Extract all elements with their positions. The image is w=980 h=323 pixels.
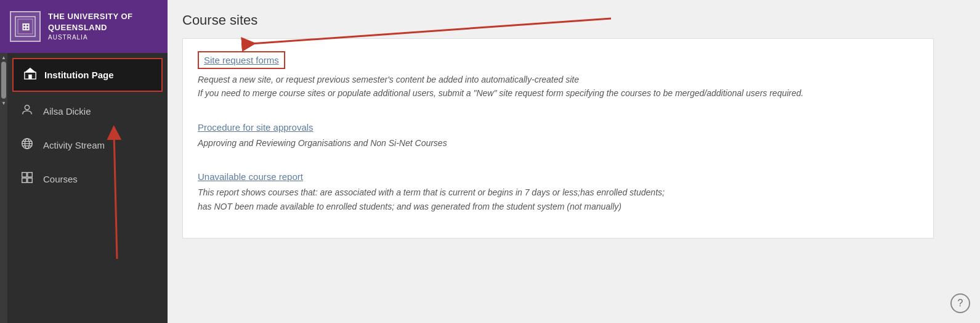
scroll-thumb[interactable] bbox=[1, 62, 6, 99]
site-request-desc-2: If you need to merge course sites or pop… bbox=[198, 86, 918, 100]
university-name-text: The University Of Queensland Australia bbox=[48, 11, 158, 42]
svg-rect-6 bbox=[33, 75, 35, 77]
site-request-forms-link[interactable]: Site request forms bbox=[198, 51, 285, 69]
svg-rect-14 bbox=[28, 173, 32, 177]
university-logo: ⊞ The University Of Queensland Australia bbox=[0, 0, 168, 53]
courses-label: Courses bbox=[43, 174, 78, 184]
divider-1 bbox=[198, 113, 918, 113]
scroll-up-arrow[interactable]: ▲ bbox=[1, 54, 7, 60]
globe-icon bbox=[20, 137, 34, 153]
sidebar-item-courses[interactable]: Courses bbox=[7, 162, 168, 196]
activity-stream-label: Activity Stream bbox=[43, 140, 105, 150]
page-title: Course sites bbox=[182, 12, 965, 28]
site-request-desc-1: Request a new site, or request previous … bbox=[198, 73, 918, 86]
courses-icon bbox=[20, 171, 34, 187]
unavailable-course-report-link[interactable]: Unavailable course report bbox=[198, 171, 303, 182]
institution-page-label: Institution Page bbox=[44, 70, 114, 80]
divider-2 bbox=[198, 162, 918, 163]
user-icon bbox=[20, 103, 34, 120]
section-unavailable-report: Unavailable course report This report sh… bbox=[198, 171, 918, 213]
user-name-label: Ailsa Dickie bbox=[43, 106, 91, 117]
main-content: Course sites Site request forms Request … bbox=[168, 0, 980, 323]
svg-rect-16 bbox=[28, 178, 32, 182]
scroll-down-arrow[interactable]: ▼ bbox=[1, 100, 7, 106]
section-procedure: Procedure for site approvals Approving a… bbox=[198, 122, 918, 150]
svg-rect-13 bbox=[22, 173, 26, 177]
sidebar-item-institution-page[interactable]: Institution Page bbox=[12, 58, 163, 92]
unavailable-desc-2: has NOT been made available to enrolled … bbox=[198, 200, 918, 213]
help-icon-button[interactable]: ? bbox=[950, 293, 970, 313]
content-card: Site request forms Request a new site, o… bbox=[182, 38, 934, 239]
svg-rect-5 bbox=[26, 75, 28, 77]
sidebar-item-user[interactable]: Ailsa Dickie bbox=[7, 94, 168, 128]
procedure-site-approvals-link[interactable]: Procedure for site approvals bbox=[198, 122, 314, 133]
svg-text:⊞: ⊞ bbox=[22, 22, 30, 32]
svg-point-7 bbox=[25, 105, 29, 110]
svg-rect-4 bbox=[28, 75, 32, 79]
svg-rect-15 bbox=[22, 178, 26, 182]
procedure-desc-1: Approving and Reviewing Organisations an… bbox=[198, 136, 918, 150]
section-site-request: Site request forms Request a new site, o… bbox=[198, 51, 918, 100]
sidebar-scrollbar[interactable]: ▲ ▼ bbox=[0, 53, 7, 323]
sidebar-item-activity-stream[interactable]: Activity Stream bbox=[7, 128, 168, 162]
sidebar-nav: Institution Page Ailsa Dickie bbox=[7, 53, 168, 323]
university-crest: ⊞ bbox=[10, 11, 41, 42]
institution-icon bbox=[23, 67, 37, 83]
unavailable-desc-1: This report shows courses that: are asso… bbox=[198, 186, 918, 199]
help-question-mark: ? bbox=[958, 298, 963, 309]
